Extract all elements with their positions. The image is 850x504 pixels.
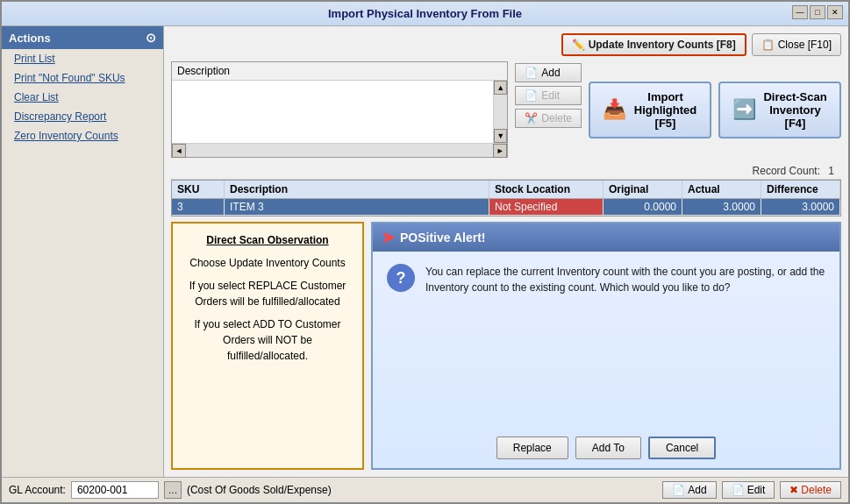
main-area: ✏️ Update Inventory Counts [F8] 📋 Close … <box>164 26 848 477</box>
footer-bar: GL Account: … (Cost Of Goods Sold/Expens… <box>2 477 848 502</box>
record-count-bar: Record Count: 1 <box>171 163 841 180</box>
col-stock-location: Stock Location <box>489 181 604 198</box>
alert-title: POSitive Alert! <box>400 231 486 245</box>
cell-description: ITEM 3 <box>225 199 489 215</box>
description-body <box>172 81 493 143</box>
col-sku: SKU <box>172 181 225 198</box>
import-highlighted-button[interactable]: 📥 Import Highlighted [F5] <box>589 82 711 138</box>
cell-original: 0.0000 <box>604 199 682 215</box>
footer-edit-button[interactable]: 📄 Edit <box>722 481 775 499</box>
replace-button[interactable]: Replace <box>496 437 568 459</box>
description-panel: Description ▲ ▼ ◄ <box>171 61 508 158</box>
gl-account-label: GL Account: <box>9 484 66 496</box>
col-original: Original <box>604 181 682 198</box>
minimize-button[interactable]: — <box>792 5 808 19</box>
cell-actual: 3.0000 <box>682 199 761 215</box>
alert-question-icon: ? <box>387 264 415 292</box>
add-icon: 📄 <box>525 67 538 79</box>
cell-stock-location: Not Specified <box>489 199 604 215</box>
gl-account-input[interactable] <box>71 481 159 499</box>
alert-message: You can replace the current Inventory co… <box>425 264 825 295</box>
description-panel-inner: Description ▲ ▼ ◄ <box>171 61 508 158</box>
top-toolbar: ✏️ Update Inventory Counts [F8] 📋 Close … <box>171 33 841 56</box>
update-icon: ✏️ <box>572 39 585 51</box>
cell-difference: 3.0000 <box>761 199 840 215</box>
observation-para2: If you select REPLACE Customer Orders wi… <box>185 278 350 309</box>
sidebar-collapse-icon[interactable]: ⊙ <box>146 31 156 45</box>
alert-arrow-icon: ➤ <box>382 228 395 247</box>
table-row[interactable]: 3 ITEM 3 Not Specified 0.0000 3.0000 3.0… <box>172 199 840 216</box>
title-bar-controls: — □ ✕ <box>792 5 843 19</box>
footer-delete-icon: ✖ <box>789 484 798 496</box>
h-scroll-track <box>186 144 493 157</box>
col-description: Description <box>225 181 489 198</box>
middle-section: Description ▲ ▼ ◄ <box>171 61 841 158</box>
action-buttons: 📄 Add 📄 Edit ✂️ Delete <box>515 61 582 158</box>
add-button[interactable]: 📄 Add <box>515 63 582 82</box>
observation-title: Direct Scan Observation <box>185 232 350 248</box>
scroll-right-arrow[interactable]: ► <box>493 144 507 158</box>
sidebar-item-zero-inventory[interactable]: Zero Inventory Counts <box>2 126 163 146</box>
import-icon: 📥 <box>603 98 626 121</box>
footer-edit-icon: 📄 <box>732 484 745 496</box>
footer-add-icon: 📄 <box>672 484 685 496</box>
direct-scan-label: Direct-Scan Inventory [F4] <box>763 90 827 130</box>
footer-delete-button[interactable]: ✖ Delete <box>780 481 841 499</box>
observation-box: Direct Scan Observation Choose Update In… <box>171 222 364 470</box>
desc-panel-content: ▲ ▼ <box>172 81 507 143</box>
content-area: Actions ⊙ Print List Print "Not Found" S… <box>2 26 848 477</box>
sidebar-item-clear-list[interactable]: Clear List <box>2 88 163 107</box>
alert-buttons: Replace Add To Cancel <box>373 428 839 468</box>
actions-label: Actions <box>9 32 51 45</box>
h-scrollbar: ◄ ► <box>172 143 507 157</box>
direct-scan-button[interactable]: ➡️ Direct-Scan Inventory [F4] <box>718 82 841 138</box>
cell-sku: 3 <box>172 199 225 215</box>
lower-section: Direct Scan Observation Choose Update In… <box>171 222 841 470</box>
add-to-button[interactable]: Add To <box>575 437 641 459</box>
table-section: Record Count: 1 SKU Description Stock Lo… <box>171 163 841 217</box>
sidebar-item-print-list[interactable]: Print List <box>2 49 163 68</box>
direct-scan-icon: ➡️ <box>732 98 756 121</box>
import-label: Import Highlighted [F5] <box>633 90 697 130</box>
sidebar-item-print-not-found[interactable]: Print "Not Found" SKUs <box>2 68 163 88</box>
cancel-button[interactable]: Cancel <box>648 437 716 459</box>
sidebar-header: Actions ⊙ <box>2 26 163 49</box>
alert-title-bar: ➤ POSitive Alert! <box>373 224 839 252</box>
observation-para3: If you select ADD TO Customer Orders wil… <box>185 316 350 364</box>
edit-icon: 📄 <box>525 89 538 102</box>
scroll-left-arrow[interactable]: ◄ <box>172 144 186 158</box>
scroll-track <box>494 95 507 129</box>
table-header: SKU Description Stock Location Original … <box>172 181 840 199</box>
col-actual: Actual <box>682 181 761 198</box>
record-count-value: 1 <box>828 165 834 177</box>
main-window: Import Physical Inventory From File — □ … <box>0 0 850 504</box>
scroll-up-arrow[interactable]: ▲ <box>494 81 507 95</box>
import-section: 📥 Import Highlighted [F5] ➡️ Direct-Scan… <box>589 61 841 158</box>
observation-para1: Choose Update Inventory Counts <box>185 255 350 271</box>
gl-account-description: (Cost Of Goods Sold/Expense) <box>187 484 332 496</box>
title-bar: Import Physical Inventory From File — □ … <box>2 2 848 26</box>
close-icon: 📋 <box>761 39 775 51</box>
scroll-down-arrow[interactable]: ▼ <box>494 129 507 143</box>
delete-button[interactable]: ✂️ Delete <box>515 109 582 128</box>
col-difference: Difference <box>761 181 840 198</box>
maximize-button[interactable]: □ <box>810 5 825 19</box>
sidebar-item-discrepancy-report[interactable]: Discrepancy Report <box>2 107 163 126</box>
footer-add-button[interactable]: 📄 Add <box>662 481 716 499</box>
sidebar: Actions ⊙ Print List Print "Not Found" S… <box>2 26 164 477</box>
edit-button[interactable]: 📄 Edit <box>515 86 582 105</box>
inventory-table: SKU Description Stock Location Original … <box>171 180 841 217</box>
close-window-button[interactable]: ✕ <box>827 5 843 19</box>
alert-body: ? You can replace the current Inventory … <box>373 252 839 428</box>
window-title: Import Physical Inventory From File <box>328 7 522 20</box>
description-header: Description <box>172 62 507 81</box>
close-button[interactable]: 📋 Close [F10] <box>752 33 841 56</box>
gl-account-browse-button[interactable]: … <box>164 481 182 499</box>
alert-dialog: ➤ POSitive Alert! ? You can replace the … <box>371 222 841 470</box>
update-inventory-button[interactable]: ✏️ Update Inventory Counts [F8] <box>561 33 746 56</box>
delete-icon: ✂️ <box>525 112 538 124</box>
